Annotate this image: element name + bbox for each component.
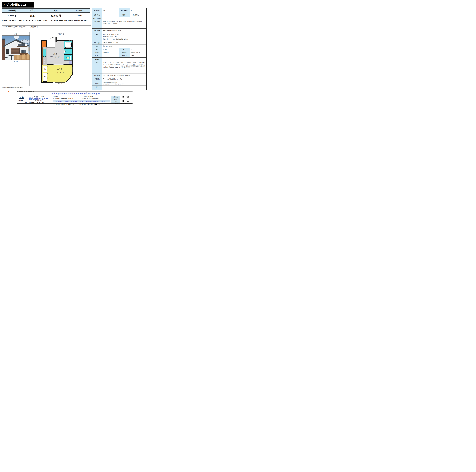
row-value bbox=[102, 13, 119, 17]
footer-separator bbox=[51, 96, 52, 103]
row-value: [一時金] クリーニング代: 66,000円, 入居安心パック: 39,600円… bbox=[102, 20, 146, 29]
detail-table: 敷金/保証金 0円 礼金/権利金 0円 敷引/償却金 更新料 1ヶ月 (新賃料)… bbox=[92, 8, 147, 90]
property-sheet: メゾン池田E 102 物件種別 アパート 間取り 1DK 賃料 61,000円 … bbox=[0, 0, 147, 105]
row-label: 敷引/償却金 bbox=[92, 13, 102, 17]
balcony: ベランダ bbox=[53, 82, 67, 85]
room-floor-label: フローリング bbox=[55, 71, 64, 73]
property-description: 収納2間＋クローゼット2ヶ所のゆとり空間。2口コンロ・グリル付きシステムキッチン… bbox=[2, 19, 91, 22]
table-row: 損害保険 要 ホープ少額短期保険 23,000円 (2年) bbox=[92, 77, 146, 81]
qr-code bbox=[122, 95, 129, 102]
summary-header: 物件種別 bbox=[2, 9, 22, 13]
postal-code: 〒240-0065 bbox=[53, 96, 83, 98]
page-title: メゾン池田E 102 bbox=[2, 2, 34, 8]
table-row: 構造 木造 1階 / 1階建 bbox=[92, 45, 146, 48]
summary-col-layout: 間取り 1DK bbox=[22, 9, 43, 19]
row-value bbox=[102, 54, 119, 57]
row-label: 構造 bbox=[92, 45, 102, 48]
washer-space: 洗 bbox=[69, 61, 72, 64]
row-value: 神奈川県横浜市保土ケ谷区鎌谷町2-4 bbox=[102, 29, 146, 33]
row-label: 築年月 bbox=[92, 51, 102, 54]
disclaimer-note: ※図面と異なる場合は現況を優先となります。 bbox=[2, 87, 23, 88]
support-banner: 物件の詳細についてご不明な点がございましたら、いつでもお気軽にご連絡ください！即… bbox=[53, 100, 110, 102]
holiday-info: 定休日：365日営業（緊急24時間） bbox=[83, 98, 99, 100]
table-row: 面積 32.92㎡ 向き 南 bbox=[92, 48, 146, 51]
genkan-area bbox=[42, 41, 46, 47]
row-label: 向き bbox=[119, 48, 130, 51]
wakey-logo-text: WAKEY bbox=[18, 99, 25, 101]
dk-label: DK6 bbox=[53, 52, 57, 55]
table-row: その他費用 [一時金] クリーニング代: 66,000円, 入居安心パック: 3… bbox=[92, 20, 146, 29]
house-photo-illustration bbox=[2, 36, 30, 60]
table-row: 物件所在地 神奈川県横浜市保土ケ谷区鎌谷町2-4 bbox=[92, 29, 146, 33]
footer: AI査定・物件詳細即時提供！横浜の不動産会社わっきー bbox=[17, 92, 133, 104]
row-label: 交通 bbox=[92, 33, 102, 41]
table-row: 間取り詳細 1階: 洋室 8.80畳, DK 6.00畳 bbox=[92, 41, 146, 45]
consultation-box: お気軽に 御相談 ください！ bbox=[111, 96, 120, 103]
summary-value: アパート bbox=[2, 13, 22, 19]
row-label: 駐車場 bbox=[92, 58, 102, 61]
row-label: 敷金/保証金 bbox=[92, 8, 102, 13]
row-value: 即入居 bbox=[130, 54, 146, 57]
table-row: 駐車場 bbox=[92, 58, 146, 61]
table-row: 入居諸条件 ペット不可, 飲食店不可, 楽器使用不可, 法人相談 bbox=[92, 74, 146, 77]
summary-col-fees: 管理費等 2,000円 bbox=[69, 9, 90, 19]
floorplan-box: 間取り図 bbox=[32, 32, 90, 86]
other-photo-label: その他 bbox=[2, 60, 30, 63]
summary-header: 間取り bbox=[22, 9, 43, 13]
row-value: 1989年9月 bbox=[102, 51, 119, 54]
clipped-logo-fragment bbox=[8, 91, 10, 92]
row-label: その他費用 bbox=[92, 20, 102, 29]
row-value: 1階: 洋室 8.80畳, DK 6.00畳 bbox=[102, 41, 146, 45]
fax-label: FAX bbox=[79, 103, 81, 105]
summary-header: 賃料 bbox=[43, 9, 69, 13]
summary-col-rent: 賃料 61,000円 bbox=[43, 9, 69, 19]
row-value: 普通借家契約 2年 bbox=[130, 51, 146, 54]
footer-company-block: WAKEY お問い合わせ・内見は 株式会社わっきー 宅地建物取引業 神奈川県知事… bbox=[17, 96, 51, 103]
footer-qr-block: お気軽に 御相談 ください！ info@09029295971.com bbox=[111, 95, 133, 104]
table-row: 更新事務手数料 bbox=[92, 17, 146, 20]
bathtub bbox=[65, 42, 71, 48]
table-row: 保証会社 必須 株式会社賃貸保証サポート 初回保証料:総賃料の100%/更新:1… bbox=[92, 81, 146, 86]
exterior-photo-label: 外観 bbox=[2, 32, 30, 36]
summary-value: 61,000円 bbox=[43, 13, 69, 19]
section-divider bbox=[2, 90, 147, 90]
exterior-photo bbox=[2, 36, 30, 60]
company-email: info@09029295971.com bbox=[109, 102, 133, 104]
row-value: 32.92㎡ bbox=[102, 48, 119, 51]
row-value: 0円 bbox=[102, 8, 119, 13]
footer-contact-block: 〒240-0065 神奈川県横浜市保土ケ谷区和田1-7-29-207 営業時間：… bbox=[53, 96, 110, 105]
photo-column: 外観 bbox=[2, 32, 30, 86]
wakey-logo-icon bbox=[18, 96, 26, 99]
row-label: 退去日 bbox=[92, 54, 102, 57]
table-row: 敷金/保証金 0円 礼金/権利金 0円 bbox=[92, 8, 146, 13]
fax-number: 050-3588-2213 bbox=[82, 102, 100, 105]
dk-floor-label: フローリング bbox=[50, 56, 60, 58]
summary-table: 物件種別 アパート 間取り 1DK 賃料 61,000円 管理費等 2,000円 bbox=[2, 8, 90, 19]
tel-number: 050-3090-2660 bbox=[56, 102, 74, 105]
company-name: 株式会社わっきー bbox=[26, 97, 51, 100]
row-value: 2口コンロ,エアコン,ガスキッチン,ガスコンロ設置済,ガス給湯,グリル,クローゼ… bbox=[102, 61, 146, 74]
row-label: 更新事務手数料 bbox=[92, 17, 102, 20]
row-label: 契約期間 bbox=[119, 51, 130, 54]
row-value: 木造 1階 / 1階建 bbox=[102, 45, 146, 48]
other-photo-empty bbox=[2, 63, 30, 86]
row-label: 損害保険 bbox=[92, 77, 102, 81]
row-value bbox=[102, 86, 146, 90]
row-value: ペット不可, 飲食店不可, 楽器使用不可, 法人相談 bbox=[102, 74, 146, 77]
row-label: 面積 bbox=[92, 48, 102, 51]
floorplan-title: 間取り図 bbox=[32, 32, 90, 36]
svg-text:収: 収 bbox=[44, 68, 46, 70]
table-row: 敷引/償却金 更新料 1ヶ月 (新賃料) bbox=[92, 13, 146, 17]
table-row: 交通 相鉄本線 天王町駅 徒歩13分 相鉄本線 星川駅 徒歩19分 横浜市営ブル… bbox=[92, 33, 146, 41]
row-label: 設備 bbox=[92, 61, 102, 74]
row-value: 要 ホープ少額短期保険 23,000円 (2年) bbox=[102, 77, 146, 81]
entrance-door bbox=[55, 37, 57, 42]
window-mark bbox=[53, 64, 64, 65]
row-value bbox=[102, 17, 146, 20]
room-label: 洋8. 8 bbox=[57, 68, 62, 70]
row-label: 更新料 bbox=[119, 13, 130, 17]
row-value: 相鉄本線 天王町駅 徒歩13分 相鉄本線 星川駅 徒歩19分 横浜市営ブルーライ… bbox=[102, 33, 146, 41]
row-label: 保証会社 bbox=[92, 81, 102, 85]
window-mark bbox=[72, 67, 73, 72]
row-label: 備考 bbox=[92, 86, 102, 90]
